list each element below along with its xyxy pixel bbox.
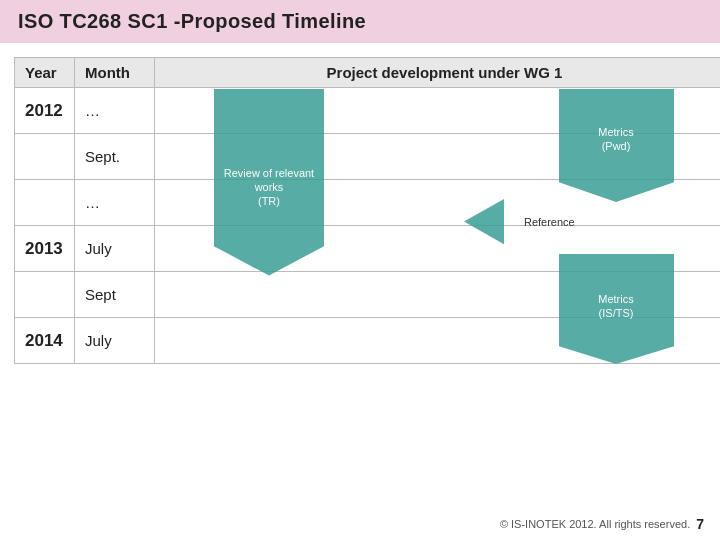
year-2014: 2014	[15, 318, 75, 364]
title-text: ISO TC268 SC1 -Proposed Timeline	[18, 10, 366, 32]
table-row: Sept.	[15, 134, 721, 180]
month-ellipsis-1: …	[75, 88, 155, 134]
timeline-area: Year Month Project development under WG …	[14, 57, 706, 364]
copyright-text: © IS-INOTEK 2012. All rights reserved.	[500, 518, 690, 530]
project-cell-r2	[155, 134, 721, 180]
timeline-table: Year Month Project development under WG …	[14, 57, 720, 364]
project-cell-r1	[155, 88, 721, 134]
month-sept: Sept.	[75, 134, 155, 180]
page-title: ISO TC268 SC1 -Proposed Timeline	[0, 0, 720, 43]
table-row: 2014 July	[15, 318, 721, 364]
footer: © IS-INOTEK 2012. All rights reserved. 7	[500, 516, 704, 532]
year-2013: 2013	[15, 226, 75, 272]
year-empty-3	[15, 272, 75, 318]
year-empty-2	[15, 180, 75, 226]
page-wrapper: ISO TC268 SC1 -Proposed Timeline Year Mo…	[0, 0, 720, 540]
page-number: 7	[696, 516, 704, 532]
month-sept-2: Sept	[75, 272, 155, 318]
project-cell-r5	[155, 272, 721, 318]
table-header-row: Year Month Project development under WG …	[15, 58, 721, 88]
table-row: Sept	[15, 272, 721, 318]
year-empty-1	[15, 134, 75, 180]
month-july-2: July	[75, 318, 155, 364]
month-july-1: July	[75, 226, 155, 272]
table-row: …	[15, 180, 721, 226]
month-ellipsis-2: …	[75, 180, 155, 226]
table-row: 2012 …	[15, 88, 721, 134]
header-project: Project development under WG 1	[155, 58, 721, 88]
project-cell-r6	[155, 318, 721, 364]
header-month: Month	[75, 58, 155, 88]
year-2012: 2012	[15, 88, 75, 134]
header-year: Year	[15, 58, 75, 88]
project-cell-r3	[155, 180, 721, 226]
table-row: 2013 July	[15, 226, 721, 272]
project-cell-r4	[155, 226, 721, 272]
